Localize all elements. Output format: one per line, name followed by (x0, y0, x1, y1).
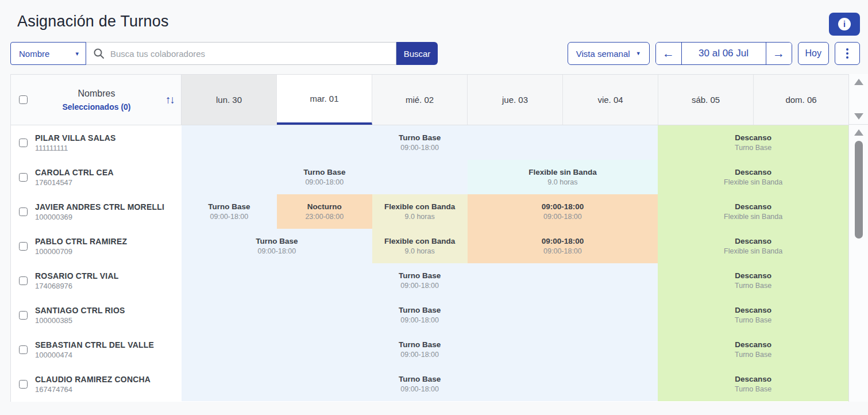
date-navigator: ← 30 al 06 Jul → (655, 42, 792, 65)
employee-name: JAVIER ANDRES CTRL MORELLI (35, 202, 164, 212)
employee-name: SEBASTIAN CTRL DEL VALLE (35, 340, 154, 349)
search-button[interactable]: Buscar (396, 42, 438, 65)
employee-cell: CLAUDIO RAMIREZ CONCHA 167474764 (11, 367, 182, 401)
day-header-2[interactable]: mar. 01 (277, 75, 372, 125)
shift-block[interactable]: DescansoTurno Base (658, 367, 848, 401)
shift-block[interactable]: Nocturno23:00-08:00 (277, 194, 372, 229)
row-checkbox[interactable] (19, 139, 28, 147)
shift-title: Descanso (735, 306, 771, 314)
day-header-6[interactable]: sáb. 05 (658, 75, 754, 125)
table-header: Nombres Seleccionados (0) ↑↓ lun. 30mar.… (11, 75, 848, 125)
scroll-down-icon[interactable] (854, 113, 863, 120)
row-checkbox[interactable] (19, 276, 28, 285)
shift-block[interactable]: Turno Base09:00-18:00 (182, 367, 658, 401)
search-box (86, 42, 396, 65)
shift-lane: Turno Base09:00-18:00DescansoTurno Base (182, 263, 848, 298)
employee-cell: JAVIER ANDRES CTRL MORELLI 100000369 (11, 194, 182, 229)
day-headers: lun. 30mar. 01mié. 02jue. 03vie. 04sáb. … (182, 75, 848, 125)
shift-block[interactable]: Flexible con Banda9.0 horas (372, 194, 468, 229)
date-range-label[interactable]: 30 al 06 Jul (681, 43, 766, 64)
row-checkbox[interactable] (19, 242, 28, 251)
shift-title: Flexible sin Banda (528, 168, 597, 176)
shift-block[interactable]: Flexible con Banda9.0 horas (372, 229, 468, 263)
shift-block[interactable]: 09:00-18:0009:00-18:00 (468, 194, 658, 229)
shift-block[interactable]: Turno Base09:00-18:00 (182, 263, 658, 298)
shift-block[interactable]: DescansoTurno Base (658, 298, 848, 332)
day-header-5[interactable]: vie. 04 (563, 75, 658, 125)
table-row: PABLO CTRL RAMIREZ 100000709 Turno Base0… (11, 229, 848, 263)
employee-id: 174068976 (35, 282, 118, 290)
today-button[interactable]: Hoy (798, 42, 829, 65)
table-row: JAVIER ANDRES CTRL MORELLI 100000369 Tur… (11, 194, 848, 229)
shift-block[interactable]: Turno Base09:00-18:00 (182, 194, 277, 229)
row-checkbox[interactable] (19, 380, 28, 389)
row-checkbox[interactable] (19, 311, 28, 320)
shift-block[interactable]: DescansoFlexible sin Banda (658, 229, 848, 263)
scrollbar-gutter (849, 74, 868, 402)
employee-name: SANTIAGO CTRL RIOS (35, 306, 125, 315)
scrollbar-thumb[interactable] (855, 141, 863, 239)
row-checkbox[interactable] (19, 173, 28, 182)
employee-id: 100000385 (35, 316, 125, 325)
names-header-label: Nombres (28, 89, 165, 99)
shift-title: Turno Base (303, 168, 345, 176)
name-filter-label: Nombre (19, 49, 49, 59)
kebab-menu-icon (846, 48, 848, 59)
search-icon (93, 48, 105, 59)
shift-subtitle: 09:00-18:00 (400, 385, 439, 393)
shift-title: Turno Base (399, 306, 441, 314)
shift-subtitle: 9.0 horas (547, 178, 577, 186)
shift-block[interactable]: Turno Base09:00-18:00 (182, 332, 658, 367)
employee-name: ROSARIO CTRL VIAL (35, 271, 118, 280)
row-checkbox[interactable] (19, 207, 28, 216)
employee-cell: PILAR VILLA SALAS 111111111 (11, 125, 182, 160)
name-filter-dropdown[interactable]: Nombre ▾ (10, 42, 86, 65)
table-row: SEBASTIAN CTRL DEL VALLE 100000474 Turno… (11, 332, 848, 367)
shift-title: Descanso (735, 202, 771, 211)
view-selector-dropdown[interactable]: Vista semanal ▼ (568, 42, 650, 65)
shift-lane: Turno Base09:00-18:00DescansoTurno Base (182, 125, 848, 160)
shift-title: Turno Base (399, 375, 441, 383)
shift-subtitle: Flexible sin Banda (724, 178, 782, 186)
scroll-up-icon[interactable] (854, 129, 863, 136)
shift-block[interactable]: Turno Base09:00-18:00 (182, 160, 468, 194)
shift-subtitle: 09:00-18:00 (543, 247, 582, 255)
scroll-up-icon[interactable] (854, 79, 863, 85)
shift-block[interactable]: DescansoTurno Base (658, 125, 848, 160)
shift-block[interactable]: Turno Base09:00-18:00 (182, 229, 372, 263)
shift-block[interactable]: Flexible sin Banda9.0 horas (468, 160, 658, 194)
next-week-button[interactable]: → (766, 43, 792, 64)
shift-table: Nombres Seleccionados (0) ↑↓ lun. 30mar.… (10, 74, 868, 402)
shift-block[interactable]: Turno Base09:00-18:00 (182, 298, 658, 332)
prev-week-button[interactable]: ← (656, 43, 681, 64)
shift-subtitle: 23:00-08:00 (305, 213, 344, 221)
sort-arrows-icon[interactable]: ↑↓ (165, 94, 174, 106)
shift-subtitle: 09:00-18:00 (257, 247, 296, 255)
shift-block[interactable]: Turno Base09:00-18:00 (182, 125, 658, 160)
page-title: Asignación de Turnos (17, 13, 169, 30)
selected-count-label: Seleccionados (0) (28, 102, 165, 112)
employee-name: PILAR VILLA SALAS (35, 133, 116, 143)
shift-lane: Turno Base09:00-18:00DescansoTurno Base (182, 332, 848, 367)
row-checkbox[interactable] (19, 345, 28, 354)
shift-block[interactable]: DescansoTurno Base (658, 263, 848, 298)
employee-name: CLAUDIO RAMIREZ CONCHA (35, 375, 151, 384)
info-button[interactable]: i (829, 13, 860, 36)
shift-block[interactable]: DescansoTurno Base (658, 332, 848, 367)
shift-subtitle: 09:00-18:00 (400, 351, 439, 359)
day-header-3[interactable]: mié. 02 (372, 75, 468, 125)
shift-lane: Turno Base09:00-18:00DescansoTurno Base (182, 298, 848, 332)
toolbar: Nombre ▾ Buscar Vista semanal ▼ ← 30 al … (0, 42, 868, 65)
day-header-4[interactable]: jue. 03 (468, 75, 563, 125)
shift-title: Turno Base (399, 340, 441, 349)
search-input[interactable] (110, 49, 390, 59)
day-header-1[interactable]: lun. 30 (182, 75, 277, 125)
more-options-button[interactable] (835, 42, 860, 65)
shift-title: 09:00-18:00 (542, 237, 584, 245)
select-all-checkbox[interactable] (19, 95, 28, 104)
shift-block[interactable]: DescansoFlexible sin Banda (658, 160, 848, 194)
shift-subtitle: 09:00-18:00 (400, 144, 439, 152)
day-header-7[interactable]: dom. 06 (754, 75, 848, 125)
shift-block[interactable]: 09:00-18:0009:00-18:00 (468, 229, 658, 263)
shift-block[interactable]: DescansoFlexible sin Banda (658, 194, 848, 229)
